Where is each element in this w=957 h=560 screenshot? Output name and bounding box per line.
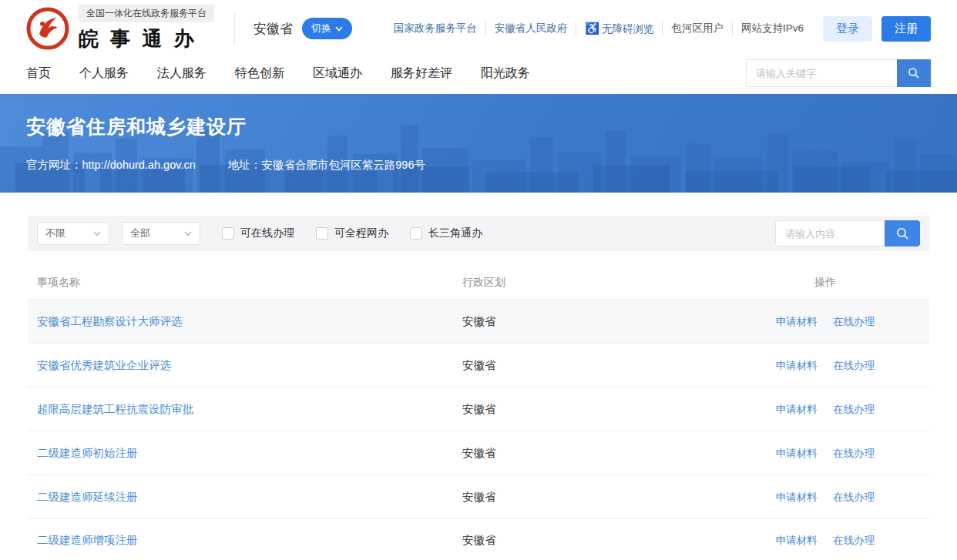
switch-label: 切换 xyxy=(311,22,331,35)
nav-item-transparency[interactable]: 阳光政务 xyxy=(481,65,530,82)
col-header-actions: 操作 xyxy=(721,276,929,290)
region-selector: 安徽省 切换 xyxy=(234,12,352,45)
col-header-region: 行政区划 xyxy=(459,276,721,290)
apply-materials-link[interactable]: 申请材料 xyxy=(776,491,818,503)
apply-materials-link[interactable]: 申请材料 xyxy=(776,316,818,327)
checkbox-icon xyxy=(316,227,328,240)
filter-search xyxy=(775,220,920,246)
scope-select-value: 不限 xyxy=(45,226,65,240)
nav-item-corporate[interactable]: 法人服务 xyxy=(157,65,207,82)
table-body: 安徽省工程勘察设计大师评选 安徽省 申请材料 在线办理 安徽省优秀建筑业企业评选… xyxy=(28,299,929,560)
platform-badge: 全国一体化在线政务服务平台 xyxy=(79,5,214,22)
handle-online-link[interactable]: 在线办理 xyxy=(833,448,875,459)
nav-item-personal[interactable]: 个人服务 xyxy=(79,65,129,82)
apply-materials-link[interactable]: 申请材料 xyxy=(776,535,818,546)
chevron-down-icon xyxy=(93,231,101,236)
login-button[interactable]: 登录 xyxy=(823,16,872,42)
main-nav: 首页 个人服务 法人服务 特色创新 区域通办 服务好差评 阳光政务 xyxy=(0,57,957,94)
checkbox-yangtze-delta[interactable]: 长三角通办 xyxy=(410,226,482,240)
type-select[interactable]: 全部 xyxy=(122,222,200,245)
table-header-row: 事项名称 行政区划 操作 xyxy=(28,267,929,299)
handle-online-link[interactable]: 在线办理 xyxy=(833,535,875,546)
service-region: 安徽省 xyxy=(462,315,496,327)
current-region-label: 安徽省 xyxy=(254,20,293,38)
checkbox-label: 可全程网办 xyxy=(334,226,388,240)
nav-item-home[interactable]: 首页 xyxy=(26,65,51,82)
nav-item-innovation[interactable]: 特色创新 xyxy=(235,65,284,82)
link-accessibility[interactable]: ♿无障碍浏览 xyxy=(576,22,662,36)
service-name-link[interactable]: 安徽省工程勘察设计大师评选 xyxy=(37,315,183,327)
site-title: 皖 事 通 办 xyxy=(79,25,214,52)
handle-online-link[interactable]: 在线办理 xyxy=(833,491,875,503)
service-region: 安徽省 xyxy=(462,403,496,415)
department-website: 官方网址：http://dohurd.ah.gov.cn xyxy=(26,158,196,173)
service-region: 安徽省 xyxy=(462,447,496,459)
table-row: 超限高层建筑工程抗震设防审批 安徽省 申请材料 在线办理 xyxy=(28,387,929,431)
link-provincial-gov[interactable]: 安徽省人民政府 xyxy=(485,22,576,35)
site-logo: 全国一体化在线政务服务平台 皖 事 通 办 xyxy=(26,5,214,52)
accessibility-label: 无障碍浏览 xyxy=(602,23,654,35)
table-row: 二级建造师初始注册 安徽省 申请材料 在线办理 xyxy=(28,431,929,474)
nav-items: 首页 个人服务 法人服务 特色创新 区域通办 服务好差评 阳光政务 xyxy=(26,65,530,82)
department-title: 安徽省住房和城乡建设厅 xyxy=(26,94,931,139)
col-header-item-name: 事项名称 xyxy=(28,276,459,290)
handle-online-link[interactable]: 在线办理 xyxy=(833,404,875,415)
link-national-platform[interactable]: 国家政务服务平台 xyxy=(385,22,485,35)
table-row: 二级建造师增项注册 安徽省 申请材料 在线办理 xyxy=(28,518,929,560)
register-button[interactable]: 注册 xyxy=(881,16,931,42)
service-region: 安徽省 xyxy=(462,359,496,371)
nav-search xyxy=(746,59,931,87)
table-row: 二级建造师延续注册 安徽省 申请材料 在线办理 xyxy=(28,474,929,518)
scope-select[interactable]: 不限 xyxy=(37,222,109,245)
handle-online-link[interactable]: 在线办理 xyxy=(833,316,875,327)
checkbox-fully-online[interactable]: 可全程网办 xyxy=(316,226,388,240)
service-name-link[interactable]: 二级建造师初始注册 xyxy=(37,447,138,459)
service-name-link[interactable]: 超限高层建筑工程抗震设防审批 xyxy=(37,403,193,415)
search-icon xyxy=(907,66,921,80)
apply-materials-link[interactable]: 申请材料 xyxy=(776,448,818,459)
table-row: 安徽省工程勘察设计大师评选 安徽省 申请材料 在线办理 xyxy=(28,299,929,343)
checkbox-icon xyxy=(410,227,422,240)
checkbox-label: 可在线办理 xyxy=(240,226,294,240)
service-region: 安徽省 xyxy=(462,491,496,503)
department-banner: 安徽省住房和城乡建设厅 官方网址：http://dohurd.ah.gov.cn… xyxy=(0,94,957,193)
chevron-down-icon xyxy=(184,231,192,236)
header-links: 国家政务服务平台 安徽省人民政府 ♿无障碍浏览 包河区用户 网站支持IPv6 登… xyxy=(385,16,931,42)
nav-search-input[interactable] xyxy=(746,59,897,87)
search-icon xyxy=(895,226,910,241)
checkbox-online-available[interactable]: 可在线办理 xyxy=(222,226,294,240)
service-name-link[interactable]: 二级建造师增项注册 xyxy=(37,534,138,546)
filter-search-button[interactable] xyxy=(885,220,920,246)
apply-materials-link[interactable]: 申请材料 xyxy=(776,404,818,415)
anhui-logo-icon xyxy=(26,7,69,50)
department-address: 地址：安徽省合肥市包河区紫云路996号 xyxy=(228,158,425,173)
filter-bar: 不限 全部 可在线办理 可全程网办 长三角通办 xyxy=(28,216,929,251)
apply-materials-link[interactable]: 申请材料 xyxy=(776,360,818,371)
link-ipv6: 网站支持IPv6 xyxy=(732,22,812,35)
table-row: 安徽省优秀建筑业企业评选 安徽省 申请材料 在线办理 xyxy=(28,343,929,387)
checkbox-label: 长三角通办 xyxy=(428,226,482,240)
type-select-value: 全部 xyxy=(130,226,150,240)
nav-search-button[interactable] xyxy=(897,59,931,87)
handle-online-link[interactable]: 在线办理 xyxy=(833,360,875,371)
services-table: 事项名称 行政区划 操作 安徽省工程勘察设计大师评选 安徽省 申请材料 在线办理… xyxy=(28,267,929,560)
link-district-user[interactable]: 包河区用户 xyxy=(662,22,732,35)
accessibility-icon: ♿ xyxy=(585,22,599,35)
service-region: 安徽省 xyxy=(462,534,496,546)
service-name-link[interactable]: 二级建造师延续注册 xyxy=(37,491,138,503)
checkbox-icon xyxy=(222,227,234,240)
top-header: 全国一体化在线政务服务平台 皖 事 通 办 安徽省 切换 国家政务服务平台 安徽… xyxy=(0,0,957,57)
service-name-link[interactable]: 安徽省优秀建筑业企业评选 xyxy=(37,359,171,371)
nav-item-rating[interactable]: 服务好差评 xyxy=(391,65,452,82)
region-switch-button[interactable]: 切换 xyxy=(302,18,352,39)
nav-item-regional[interactable]: 区域通办 xyxy=(313,65,362,82)
chevron-down-icon xyxy=(335,26,343,32)
filter-search-input[interactable] xyxy=(775,220,885,246)
